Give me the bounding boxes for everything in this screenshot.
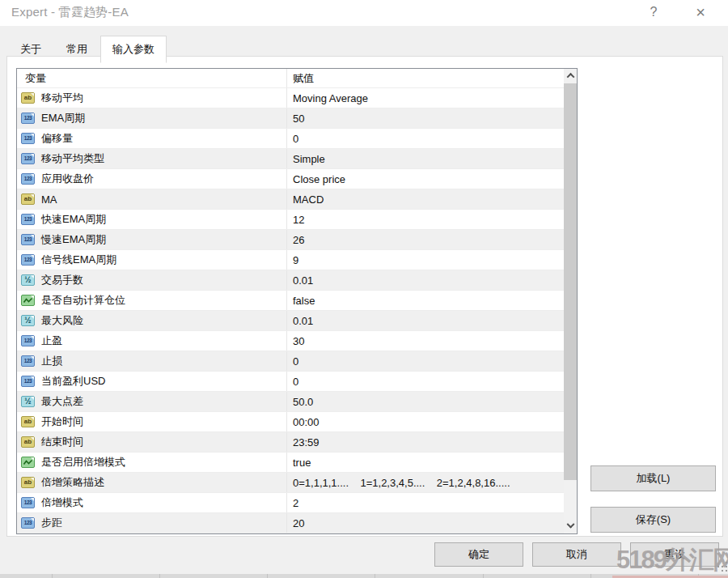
param-value[interactable]: 26 bbox=[287, 230, 564, 249]
table-row[interactable]: 123 止盈 30 bbox=[17, 331, 564, 351]
param-variable-cell[interactable]: 是否启用倍增模式 bbox=[17, 453, 287, 472]
param-variable-cell[interactable]: ½ 交易手数 bbox=[17, 270, 287, 290]
chevron-up-icon bbox=[566, 73, 574, 81]
param-value[interactable]: true bbox=[287, 453, 564, 472]
param-value[interactable]: 0 bbox=[287, 372, 564, 391]
cancel-button[interactable]: 取消 bbox=[532, 542, 621, 567]
table-row[interactable]: 是否启用倍增模式 true bbox=[17, 453, 564, 473]
tab-bar: 关于 常用 输入参数 bbox=[8, 36, 167, 62]
param-value[interactable]: Close price bbox=[287, 169, 564, 189]
param-variable-cell[interactable]: 123 EMA周期 bbox=[17, 108, 287, 128]
integer-param-icon: 123 bbox=[21, 376, 35, 387]
table-row[interactable]: ½ 最大风险 0.01 bbox=[17, 311, 564, 331]
save-button[interactable]: 保存(S) bbox=[590, 507, 716, 533]
table-row[interactable]: ab MA MACD bbox=[17, 189, 564, 210]
param-variable-cell[interactable]: ½ 最大风险 bbox=[17, 311, 287, 330]
table-row[interactable]: 123 信号线EMA周期 9 bbox=[17, 250, 564, 270]
param-value[interactable]: 20 bbox=[287, 513, 564, 533]
integer-param-icon: 123 bbox=[21, 497, 35, 508]
scroll-down-button[interactable] bbox=[564, 520, 577, 533]
integer-param-icon: 123 bbox=[21, 355, 35, 367]
table-row[interactable]: ½ 最大点差 50.0 bbox=[17, 392, 564, 412]
table-row[interactable]: 是否自动计算仓位 false bbox=[17, 291, 564, 311]
param-name: 信号线EMA周期 bbox=[41, 253, 116, 267]
param-value[interactable]: 50.0 bbox=[287, 392, 564, 411]
param-variable-cell[interactable]: 123 步距 bbox=[17, 513, 287, 533]
parameters-table: 变量 赋值 ab 移动平均 Moving Average 123 EMA周期 5… bbox=[16, 68, 578, 534]
param-value[interactable]: 2 bbox=[287, 493, 564, 512]
param-variable-cell[interactable]: ½ 最大点差 bbox=[17, 392, 287, 411]
string-param-icon: ab bbox=[21, 436, 35, 448]
help-button[interactable]: ? bbox=[635, 0, 672, 24]
param-variable-cell[interactable]: 123 偏移量 bbox=[17, 129, 287, 148]
param-variable-cell[interactable]: ab MA bbox=[17, 189, 287, 209]
param-variable-cell[interactable]: 123 信号线EMA周期 bbox=[17, 250, 287, 270]
param-value[interactable]: 30 bbox=[287, 331, 564, 351]
param-value[interactable]: false bbox=[287, 291, 564, 310]
table-row[interactable]: 123 移动平均类型 Simple bbox=[17, 149, 564, 169]
scroll-up-button[interactable] bbox=[564, 69, 577, 83]
param-variable-cell[interactable]: 123 止损 bbox=[17, 351, 287, 371]
param-variable-cell[interactable]: 123 应用收盘价 bbox=[17, 169, 287, 189]
param-name: 偏移量 bbox=[41, 131, 73, 146]
param-value[interactable]: 23:59 bbox=[287, 432, 564, 452]
tab-inputs[interactable]: 输入参数 bbox=[100, 36, 167, 63]
table-row[interactable]: 123 止损 0 bbox=[17, 351, 564, 372]
table-row[interactable]: ab 移动平均 Moving Average bbox=[17, 88, 564, 108]
param-variable-cell[interactable]: ab 倍增策略描述 bbox=[17, 473, 287, 492]
table-row[interactable]: 123 偏移量 0 bbox=[17, 129, 564, 149]
bottom-strip-tick bbox=[375, 574, 375, 578]
table-row[interactable]: ½ 交易手数 0.01 bbox=[17, 270, 564, 291]
param-value[interactable]: 00:00 bbox=[287, 412, 564, 431]
param-variable-cell[interactable]: 123 快速EMA周期 bbox=[17, 210, 287, 229]
param-value[interactable]: 9 bbox=[287, 250, 564, 270]
resize-grip[interactable] bbox=[717, 566, 719, 567]
table-row[interactable]: ab 结束时间 23:59 bbox=[17, 432, 564, 453]
table-row[interactable]: 123 快速EMA周期 12 bbox=[17, 210, 564, 230]
param-value[interactable]: MACD bbox=[287, 189, 564, 209]
table-row[interactable]: 123 慢速EMA周期 26 bbox=[17, 230, 564, 250]
param-value[interactable]: 0 bbox=[287, 129, 564, 148]
integer-param-icon: 123 bbox=[21, 133, 35, 144]
param-variable-cell[interactable]: ab 结束时间 bbox=[17, 432, 287, 452]
integer-param-icon: 123 bbox=[21, 173, 35, 185]
table-row[interactable]: ab 倍增策略描述 0=1,1,1,1.... 1=1,2,3,4,5.... … bbox=[17, 473, 564, 493]
table-row[interactable]: 123 EMA周期 50 bbox=[17, 108, 564, 129]
param-variable-cell[interactable]: 是否自动计算仓位 bbox=[17, 291, 287, 310]
close-button[interactable]: × bbox=[682, 0, 719, 24]
double-param-icon: ½ bbox=[21, 274, 35, 286]
param-variable-cell[interactable]: ab 开始时间 bbox=[17, 412, 287, 431]
tab-common[interactable]: 常用 bbox=[54, 37, 99, 62]
param-variable-cell[interactable]: 123 移动平均类型 bbox=[17, 149, 287, 168]
param-value[interactable]: 50 bbox=[287, 108, 564, 128]
table-row[interactable]: 123 倍增模式 2 bbox=[17, 493, 564, 513]
param-value[interactable]: 12 bbox=[287, 210, 564, 229]
column-header-variable[interactable]: 变量 bbox=[17, 69, 287, 87]
param-value[interactable]: 0.01 bbox=[287, 270, 564, 290]
param-value[interactable]: 0.01 bbox=[287, 311, 564, 330]
column-header-value[interactable]: 赋值 bbox=[287, 69, 564, 87]
param-variable-cell[interactable]: 123 当前盈利USD bbox=[17, 372, 287, 391]
param-name: 当前盈利USD bbox=[41, 374, 105, 389]
string-param-icon: ab bbox=[21, 477, 35, 488]
param-variable-cell[interactable]: 123 倍增模式 bbox=[17, 493, 287, 512]
param-value[interactable]: Moving Average bbox=[287, 88, 564, 108]
scrollbar-thumb[interactable] bbox=[564, 83, 577, 480]
table-row[interactable]: 123 当前盈利USD 0 bbox=[17, 372, 564, 392]
param-value[interactable]: 0=1,1,1,1.... 1=1,2,3,4,5.... 2=1,2,4,8,… bbox=[287, 473, 564, 492]
tab-about[interactable]: 关于 bbox=[8, 37, 53, 62]
table-row[interactable]: ab 开始时间 00:00 bbox=[17, 412, 564, 432]
ok-button[interactable]: 确定 bbox=[434, 542, 523, 567]
boolean-param-icon bbox=[21, 457, 35, 468]
table-row[interactable]: 123 步距 20 bbox=[17, 513, 564, 533]
param-value[interactable]: Simple bbox=[287, 149, 564, 168]
vertical-scrollbar[interactable] bbox=[564, 69, 577, 533]
load-button[interactable]: 加载(L) bbox=[590, 465, 716, 491]
param-name: 结束时间 bbox=[41, 435, 83, 449]
param-variable-cell[interactable]: ab 移动平均 bbox=[17, 88, 287, 108]
param-variable-cell[interactable]: 123 止盈 bbox=[17, 331, 287, 351]
chevron-down-icon bbox=[566, 521, 574, 529]
table-row[interactable]: 123 应用收盘价 Close price bbox=[17, 169, 564, 189]
param-variable-cell[interactable]: 123 慢速EMA周期 bbox=[17, 230, 287, 249]
param-value[interactable]: 0 bbox=[287, 351, 564, 371]
